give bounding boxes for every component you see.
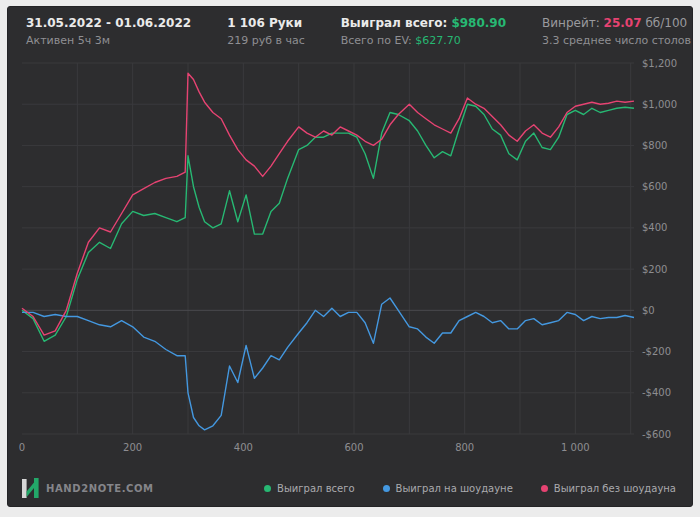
y-axis-label: -$400: [642, 387, 671, 398]
legend-dot-pink: [541, 485, 548, 492]
stats-panel: 31.05.2022 - 01.06.2022 Активен 5ч 3м 1 …: [7, 6, 693, 507]
x-axis-label: 0: [19, 442, 25, 453]
hand2note-logo: HAND2NOTE.COM: [22, 478, 154, 498]
avg-tables: 3.3 среднее число столов: [542, 34, 691, 47]
active-time: Активен 5ч 3м: [26, 34, 191, 47]
legend-item-nonshowdown[interactable]: Выиграл без шоудауна: [541, 483, 676, 494]
stat-hands: 1 106 Руки 219 руб в час: [227, 16, 305, 47]
hands-count: 1 106 Руки: [227, 16, 305, 30]
x-axis-label: 600: [344, 442, 363, 453]
y-axis-label: $400: [642, 222, 667, 233]
y-axis-label: $1,000: [642, 99, 677, 110]
winrate-value: 25.07: [604, 16, 642, 30]
winrate-unit: бб/100: [645, 16, 687, 30]
hand2note-logo-icon: [22, 478, 39, 498]
stat-winnings: Выиграл всего: $980.90 Всего по EV: $627…: [341, 16, 506, 47]
logo-text: HAND2NOTE.COM: [46, 483, 154, 494]
header: 31.05.2022 - 01.06.2022 Активен 5ч 3м 1 …: [8, 7, 692, 51]
y-axis-label: $1,200: [642, 58, 677, 69]
y-axis-label: $200: [642, 264, 667, 275]
y-axis-label: -$200: [642, 346, 671, 357]
x-axis-label: 400: [234, 442, 253, 453]
date-range: 31.05.2022 - 01.06.2022: [26, 16, 191, 30]
x-axis-label: 1 000: [561, 442, 590, 453]
app-window: 31.05.2022 - 01.06.2022 Активен 5ч 3м 1 …: [0, 0, 700, 517]
chart-legend: Выиграл всего Выиграл на шоудауне Выигра…: [264, 483, 676, 494]
legend-label-total: Выиграл всего: [277, 483, 354, 494]
chart-area: $1,200$1,000$800$600$400$200$0-$200-$400…: [8, 51, 692, 476]
legend-label-showdown: Выиграл на шоудауне: [396, 483, 513, 494]
hourly-rate: 219 руб в час: [227, 34, 305, 47]
series-line-total: [22, 104, 634, 341]
won-total-value: $980.90: [451, 16, 506, 30]
series-line-nonshowdown: [22, 73, 634, 335]
y-axis-label: $800: [642, 140, 667, 151]
ev-label: Всего по EV:: [341, 34, 412, 47]
legend-dot-green: [264, 485, 271, 492]
x-axis-label: 200: [123, 442, 142, 453]
winrate-label: Винрейт:: [542, 16, 600, 30]
x-axis-label: 800: [455, 442, 474, 453]
footer: HAND2NOTE.COM Выиграл всего Выиграл на ш…: [8, 476, 692, 506]
series-line-showdown: [22, 298, 634, 430]
winnings-chart: $1,200$1,000$800$600$400$200$0-$200-$400…: [8, 53, 693, 476]
y-axis-label: $600: [642, 181, 667, 192]
stat-winrate: Винрейт: 25.07 бб/100 3.3 среднее число …: [542, 16, 691, 47]
legend-dot-blue: [383, 485, 390, 492]
stat-date: 31.05.2022 - 01.06.2022 Активен 5ч 3м: [26, 16, 191, 47]
legend-label-nonshowdown: Выиграл без шоудауна: [554, 483, 676, 494]
won-total-label: Выиграл всего:: [341, 16, 448, 30]
y-axis-label: -$600: [642, 429, 671, 440]
legend-item-showdown[interactable]: Выиграл на шоудауне: [383, 483, 513, 494]
y-axis-label: $0: [642, 305, 655, 316]
ev-value: $627.70: [415, 34, 461, 47]
legend-item-total[interactable]: Выиграл всего: [264, 483, 354, 494]
